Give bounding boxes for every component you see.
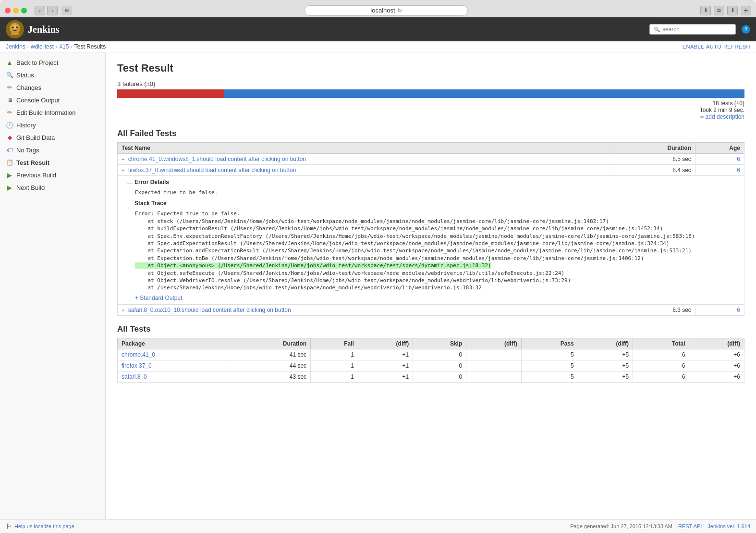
failed-tests-table: Test Name Duration Age + chrome.41_0.win… <box>117 142 744 316</box>
safari-expand-toggle[interactable]: + <box>122 307 124 313</box>
standard-output-toggle[interactable]: + Standard Output <box>135 295 182 301</box>
back-to-project-icon: ▲ <box>6 59 13 66</box>
sidebar-item-no-tags[interactable]: 🏷 No Tags <box>0 144 105 156</box>
firefox-expand-toggle[interactable]: − <box>122 167 124 173</box>
table-row: safari.8_0 43 sec 1 +1 0 5 +5 6 +6 <box>118 371 744 382</box>
firefox-skip: 0 <box>413 360 466 371</box>
sidebar-item-next-build[interactable]: ▶ Next Build <box>0 181 105 194</box>
failed-tests-heading: All Failed Tests <box>117 129 744 138</box>
chrome-expand-toggle[interactable]: + <box>122 156 124 162</box>
changes-icon: ✏ <box>6 84 13 91</box>
col-skip-diff: (diff) <box>466 338 521 349</box>
chrome-pass-diff: +5 <box>578 349 633 360</box>
breadcrumb-current: Test Results <box>74 43 106 50</box>
share-button[interactable]: ⬆ <box>700 6 711 15</box>
progress-bar-fail <box>117 89 224 98</box>
safari-total-diff: +6 <box>689 371 744 382</box>
auto-refresh-button[interactable]: ENABLE AUTO REFRESH <box>683 44 750 50</box>
firefox-pass: 5 <box>521 360 578 371</box>
chrome-test-link[interactable]: chrome.41_0.windows8_1.should load conte… <box>128 156 306 162</box>
safari-package: safari.8_0 <box>118 371 227 382</box>
close-button[interactable] <box>5 8 11 13</box>
jenkins-title: Jenkins <box>28 24 60 35</box>
safari-total: 6 <box>633 371 689 382</box>
sidebar-item-git-build-data[interactable]: ◆ Git Build Data <box>0 131 105 144</box>
sidebar-item-status[interactable]: 🔍 Status <box>0 69 105 81</box>
add-description-link[interactable]: ✏ add description <box>700 113 744 120</box>
edit-icon: ✏ <box>6 109 13 116</box>
sidebar-label-test-result: Test Result <box>16 159 49 166</box>
safari-fail: 1 <box>311 371 358 382</box>
sidebar-label-no-tags: No Tags <box>16 147 39 154</box>
col-age: Age <box>695 143 744 154</box>
breadcrumb-sep-1: › <box>27 44 29 50</box>
tab-view-button[interactable]: ⊞ <box>61 6 72 15</box>
url-text: localhost <box>370 7 395 14</box>
chrome-age-link[interactable]: 6 <box>737 156 740 162</box>
sidebar-item-changes[interactable]: ✏ Changes <box>0 81 105 94</box>
breadcrumb-bar: Jenkins › wdio-test › #15 › Test Results… <box>0 41 756 52</box>
col-fail: Fail <box>311 338 358 349</box>
firefox-package-link[interactable]: firefox.37_0 <box>122 362 152 369</box>
browser-chrome: ‹ › ⊞ localhost ↻ ⬆ ⧉ ⬇ + <box>0 0 756 17</box>
sidebar-item-test-result[interactable]: 📋 Test Result <box>0 156 105 169</box>
chrome-skip: 0 <box>413 349 466 360</box>
chrome-package-link[interactable]: chrome.41_0 <box>122 351 155 358</box>
address-bar[interactable]: localhost ↻ <box>305 5 468 16</box>
localize-link[interactable]: Help us localize this page <box>14 523 74 529</box>
col-fail-diff: (diff) <box>358 338 413 349</box>
breadcrumb-jenkins[interactable]: Jenkins <box>6 43 25 50</box>
reload-button[interactable]: ↻ <box>397 7 402 14</box>
jenkins-version-link[interactable]: Jenkins ver. 1.614 <box>707 523 750 529</box>
safari-test-link[interactable]: safari.8_0.osx10_10.should load content … <box>128 307 291 313</box>
rest-api-link[interactable]: REST API <box>678 523 702 529</box>
new-tab-button[interactable]: ⧉ <box>714 6 724 15</box>
svg-point-3 <box>12 26 14 28</box>
help-icon[interactable]: ? <box>742 25 750 34</box>
sidebar-label-back-to-project: Back to Project <box>16 59 58 66</box>
address-bar-container: localhost ↻ <box>76 5 696 16</box>
breadcrumb-wdio-test[interactable]: wdio-test <box>31 43 54 50</box>
jenkins-logo: Jenkins <box>6 20 60 38</box>
expand-button[interactable]: + <box>741 6 751 15</box>
back-button[interactable]: ‹ <box>35 6 45 15</box>
history-icon: 🕐 <box>6 121 13 129</box>
all-tests-table: Package Duration Fail (diff) Skip (diff)… <box>117 338 744 383</box>
firefox-fail-diff: +1 <box>358 360 413 371</box>
sidebar-item-edit-build-info[interactable]: ✏ Edit Build Information <box>0 106 105 119</box>
test-result-icon: 📋 <box>6 159 13 166</box>
maximize-button[interactable] <box>21 8 27 13</box>
safari-package-link[interactable]: safari.8_0 <box>122 373 147 380</box>
firefox-error-details-row: — Error Details Expected true to be fals… <box>118 176 744 305</box>
safari-pkg-duration: 43 sec <box>227 371 311 382</box>
breadcrumb-build-number[interactable]: #15 <box>59 43 69 50</box>
firefox-total-diff: +6 <box>689 360 744 371</box>
safari-age-link[interactable]: 6 <box>737 307 740 313</box>
progress-bar-pass <box>224 89 744 98</box>
safari-age: 6 <box>695 304 744 315</box>
chrome-pkg-duration: 41 sec <box>227 349 311 360</box>
sidebar-item-back-to-project[interactable]: ▲ Back to Project <box>0 56 105 69</box>
safari-duration: 8.3 sec <box>613 304 695 315</box>
minimize-button[interactable] <box>13 8 19 13</box>
error-details-text: Expected true to be false. <box>135 189 734 196</box>
col-test-name: Test Name <box>118 143 613 154</box>
firefox-test-link[interactable]: firefox.37_0.windows8.should load conten… <box>128 167 296 174</box>
jenkins-shell: Jenkins 🔍 ? Jenkins › wdio-test › #15 › … <box>0 17 756 533</box>
search-icon: 🔍 <box>654 26 660 33</box>
forward-button[interactable]: › <box>47 6 58 15</box>
sidebar-item-history[interactable]: 🕐 History <box>0 119 105 131</box>
table-row: − firefox.37_0.windows8.should load cont… <box>118 165 744 176</box>
footer-right: Page generated: Jun 27, 2015 12:13:33 AM… <box>570 523 750 529</box>
sidebar-item-previous-build[interactable]: ▶ Previous Build <box>0 169 105 181</box>
firefox-age-link[interactable]: 6 <box>737 167 740 174</box>
breadcrumb-sep-2: › <box>56 44 57 50</box>
col-duration: Duration <box>613 143 695 154</box>
main-layout: ▲ Back to Project 🔍 Status ✏ Changes 🖥 C… <box>0 52 756 519</box>
test-count: 18 tests (±0) <box>700 100 744 107</box>
sidebar-item-console-output[interactable]: 🖥 Console Output <box>0 94 105 106</box>
error-details-title: Error Details <box>134 179 169 186</box>
downloads-button[interactable]: ⬇ <box>727 6 738 15</box>
chrome-skip-diff <box>466 349 521 360</box>
search-input[interactable] <box>662 26 730 33</box>
